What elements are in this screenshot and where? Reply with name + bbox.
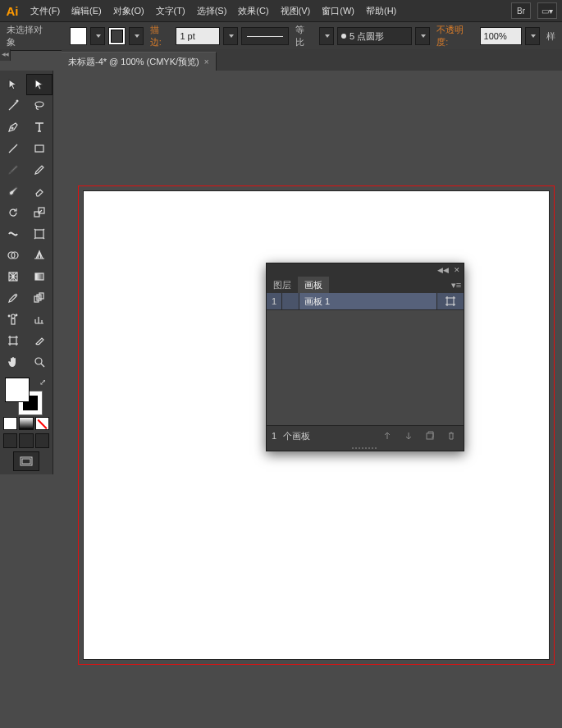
artboard-row[interactable]: 1 画板 1 [267,293,464,309]
stroke-weight-field[interactable]: 1 pt [176,27,219,45]
opacity-dropdown[interactable] [525,27,540,45]
color-mode-row [3,417,49,430]
artboard-name[interactable]: 画板 1 [299,295,436,308]
opacity-field[interactable]: 100% [480,27,522,45]
close-panel-icon[interactable]: ✕ [454,266,460,274]
pencil-tool[interactable] [26,159,53,181]
delete-artboard-button[interactable] [444,429,459,442]
menu-edit[interactable]: 编辑(E) [66,0,107,21]
eyedropper-tool[interactable] [0,287,26,309]
color-mode-solid[interactable] [3,417,17,430]
hand-tool[interactable] [0,351,26,373]
opacity-label: 不透明度: [433,24,476,48]
screen-mode-button[interactable] [13,451,39,471]
symbol-sprayer-tool[interactable] [0,309,26,330]
color-mode-gradient[interactable] [19,417,33,430]
color-mode-none[interactable] [35,417,49,430]
line-tool[interactable] [0,138,26,159]
selection-status: 未选择对象 [3,24,53,48]
svg-rect-20 [447,298,454,304]
eraser-tool[interactable] [26,181,53,202]
move-up-button[interactable] [380,429,395,442]
draw-normal[interactable] [3,433,17,448]
menu-view[interactable]: 视图(V) [275,0,317,21]
style-label: 样 [543,30,559,43]
fill-swatch[interactable] [70,27,87,45]
close-tab-icon[interactable]: × [204,57,209,66]
width-tool[interactable] [0,223,26,245]
svg-rect-19 [22,459,30,464]
perspective-grid-tool[interactable] [26,245,53,266]
menu-type[interactable]: 文字(T) [150,0,191,21]
move-down-button[interactable] [401,429,416,442]
panel-collapse-strip[interactable] [0,49,11,61]
panel-header[interactable]: ◀◀ ✕ [267,263,464,277]
bridge-button[interactable]: Br [511,2,531,19]
artboard-index: 1 [267,293,282,309]
svg-point-17 [35,358,42,364]
lasso-tool[interactable] [26,95,53,117]
free-transform-tool[interactable] [26,223,53,245]
fill-stroke-control[interactable]: ⤢ [3,376,49,414]
artboard-orientation-icon[interactable] [282,293,299,309]
arrange-docs-button[interactable]: ▭▾ [537,2,557,19]
stroke-swatch[interactable] [108,27,126,45]
selection-tool[interactable] [0,74,26,95]
draw-mode-row [3,433,49,448]
tab-artboards[interactable]: 画板 [298,277,329,293]
document-tab[interactable]: 未标题-4* @ 100% (CMYK/预览) × [62,52,217,71]
panel-resize-grip[interactable] [267,446,464,451]
stroke-dropdown[interactable] [129,27,144,45]
menu-effect[interactable]: 效果(C) [232,0,274,21]
brush-definition[interactable]: 5 点圆形 [337,27,412,45]
magic-wand-tool[interactable] [0,95,26,117]
swap-fill-stroke-icon[interactable]: ⤢ [39,378,46,387]
brush-dropdown[interactable] [415,27,430,45]
blend-tool[interactable] [26,287,53,309]
draw-behind[interactable] [19,433,33,448]
mesh-tool[interactable] [0,266,26,287]
fill-color-icon[interactable] [5,378,30,402]
menu-help[interactable]: 帮助(H) [360,0,402,21]
svg-point-14 [8,315,10,317]
menu-window[interactable]: 窗口(W) [316,0,360,21]
paintbrush-tool[interactable] [0,159,26,181]
svg-rect-21 [427,433,433,439]
new-artboard-button[interactable] [423,429,437,442]
tab-layers[interactable]: 图层 [267,277,298,293]
stroke-weight-dropdown[interactable] [223,27,238,45]
artboard-options-icon[interactable] [436,293,464,309]
svg-rect-13 [11,318,15,324]
gradient-tool[interactable] [26,266,53,287]
svg-point-15 [16,314,17,316]
svg-rect-2 [35,145,43,152]
direct-selection-tool[interactable] [26,74,53,95]
toolbox: ⤢ [0,71,53,474]
column-graph-tool[interactable] [26,309,53,330]
svg-point-1 [11,127,13,129]
slice-tool[interactable] [26,330,53,351]
pen-tool[interactable] [0,117,26,138]
menu-select[interactable]: 选择(S) [191,0,233,21]
rotate-tool[interactable] [0,202,26,223]
panel-footer: 1 个画板 [267,425,464,446]
blob-brush-tool[interactable] [0,181,26,202]
fill-dropdown[interactable] [90,27,105,45]
menu-object[interactable]: 对象(O) [107,0,150,21]
zoom-tool[interactable] [26,351,53,373]
rectangle-tool[interactable] [26,138,53,159]
brush-value: 5 点圆形 [350,30,384,43]
artboard-tool[interactable] [0,330,26,351]
scale-tool[interactable] [26,202,53,223]
type-tool[interactable] [26,117,53,138]
panel-menu-icon[interactable]: ▾≡ [449,277,464,293]
panel-tabs: 图层 画板 ▾≡ [267,277,464,293]
artboards-panel[interactable]: ◀◀ ✕ 图层 画板 ▾≡ 1 画板 1 1 个画板 [266,263,464,451]
draw-inside[interactable] [35,433,49,448]
collapse-panel-icon[interactable]: ◀◀ [437,266,449,274]
menu-file[interactable]: 文件(F) [25,0,66,21]
svg-rect-16 [10,337,16,344]
uniform-dropdown[interactable] [319,27,334,45]
shape-builder-tool[interactable] [0,245,26,266]
stroke-profile[interactable] [241,27,290,45]
